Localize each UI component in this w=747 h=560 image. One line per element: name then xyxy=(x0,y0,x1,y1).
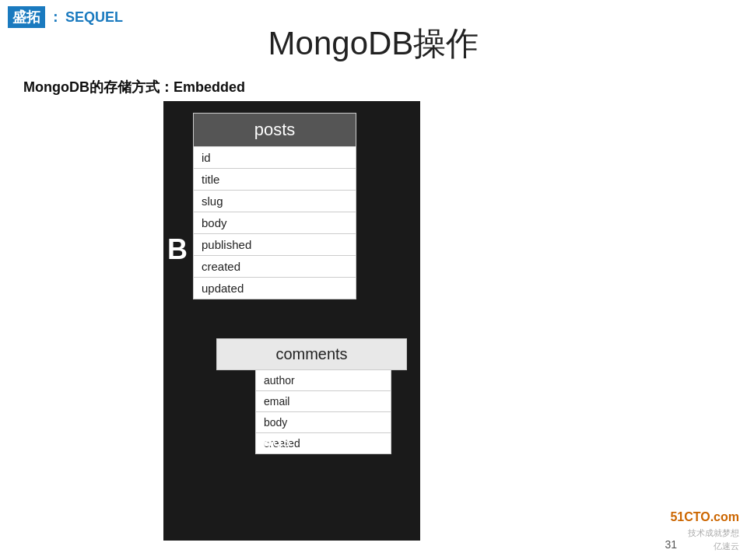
table-row: body xyxy=(194,212,356,233)
table-row: email xyxy=(256,390,391,411)
watermark-site: 51CTO.com xyxy=(670,508,739,527)
watermark-sub1: 技术成就梦想 xyxy=(670,527,739,540)
table-row: updated xyxy=(194,277,356,299)
table-row: author xyxy=(256,370,391,390)
tags-label: tags xyxy=(193,431,356,451)
posts-table: posts id title slug body published creat… xyxy=(193,113,356,299)
table-row: published xyxy=(194,233,356,255)
table-row: slug xyxy=(194,190,356,212)
page-subtitle: MongoDB的存储方式：Embedded xyxy=(23,78,245,96)
table-row: created xyxy=(194,255,356,277)
table-row: title xyxy=(194,168,356,190)
comments-header: comments xyxy=(217,339,406,369)
posts-table-header: posts xyxy=(194,114,356,146)
watermark: 51CTO.com 技术成就梦想 亿速云 xyxy=(670,508,739,552)
comments-box: comments xyxy=(216,338,407,370)
table-row: id xyxy=(194,146,356,168)
table-row: body xyxy=(256,411,391,432)
page-title: MongoDB操作 xyxy=(0,22,747,65)
watermark-sub2: 亿速云 xyxy=(670,540,739,553)
letter-b-decoration: B xyxy=(167,233,188,266)
